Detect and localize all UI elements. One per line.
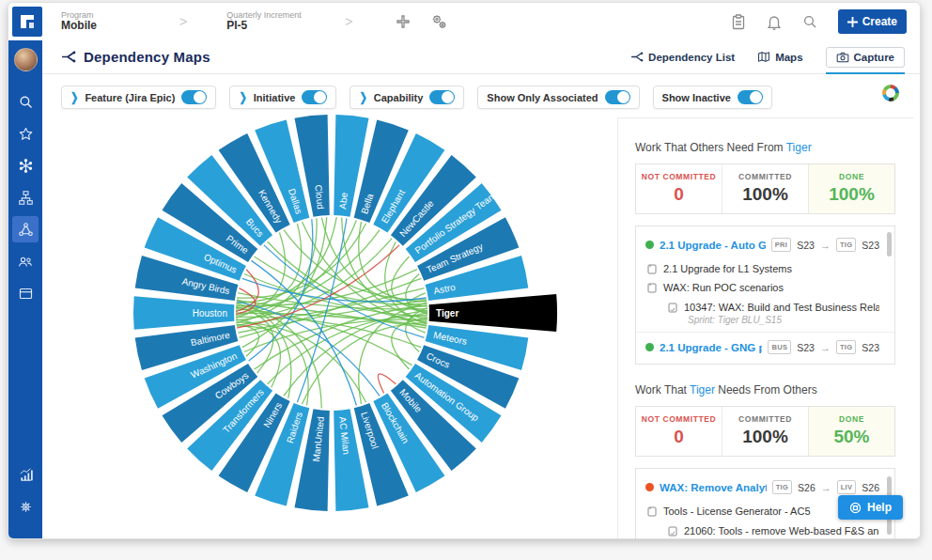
stat-committed: COMMITTED100%: [722, 407, 808, 456]
from-sprint: S23: [797, 240, 815, 251]
bell-icon[interactable]: [767, 14, 782, 30]
life-ring-icon: [849, 502, 862, 514]
stat-committed: COMMITTED100%: [722, 164, 808, 213]
dependency-list: 2.1 Upgrade - Auto GN PRI S23 → TIG S23 …: [635, 226, 895, 365]
team-link[interactable]: Tiger: [690, 383, 715, 397]
dependency-icon: [61, 51, 76, 63]
stats-card: NOT COMMITTED0 COMMITTED100% DONE50%: [635, 406, 895, 457]
dependency-panel: Work That Others Need From Tiger NOT COM…: [617, 117, 914, 538]
create-button-label: Create: [862, 15, 897, 28]
status-dot-icon: [645, 483, 654, 491]
to-team-badge: TIG: [836, 340, 856, 354]
page-title: Dependency Maps: [84, 49, 210, 65]
sidebar-settings-icon[interactable]: [12, 493, 39, 520]
section-heading: Work That Tiger Needs From Others: [635, 383, 895, 397]
feature-toggle[interactable]: [181, 90, 207, 104]
status-dot-icon: [645, 343, 654, 351]
chevron-right-icon: ❯: [70, 90, 78, 103]
dependency-link[interactable]: 2.1 Upgrade - GNG par: [660, 342, 762, 353]
filter-capability[interactable]: ❯ Capability: [350, 86, 464, 109]
sprint-label: Sprint: Liverpool JIG_S26: [688, 538, 879, 539]
clipboard-icon[interactable]: [731, 14, 746, 30]
scrollbar-thumb[interactable]: [887, 232, 892, 257]
panel-section-others-need: Work That Others Need From Tiger NOT COM…: [635, 141, 895, 365]
title-bar: Dependency Maps Dependency List Maps Cap…: [42, 40, 920, 74]
sidebar: [8, 40, 42, 538]
jira-align-logo-icon[interactable]: [12, 7, 42, 37]
user-avatar[interactable]: [14, 48, 38, 71]
story-icon: [668, 526, 677, 537]
stats-card: NOT COMMITTED0 COMMITTED100% DONE100%: [635, 163, 895, 214]
stat-not-committed: NOT COMMITTED0: [636, 407, 722, 456]
search-icon[interactable]: [802, 14, 817, 29]
story-icon: [668, 303, 677, 313]
show-inactive-toggle[interactable]: [738, 90, 763, 104]
diagram-legend-icon[interactable]: [882, 85, 899, 101]
capture-button[interactable]: Capture: [826, 47, 905, 68]
wedge-label: Houston: [193, 308, 227, 319]
stat-done: DONE50%: [808, 407, 894, 456]
chevron-right-icon: >: [345, 14, 352, 29]
filter-show-only-associated[interactable]: Show Only Associated: [477, 86, 639, 109]
initiative-toggle[interactable]: [302, 90, 327, 104]
capability-toggle[interactable]: [429, 90, 455, 104]
from-sprint: S23: [797, 342, 815, 353]
feature-icon: [647, 506, 657, 517]
story-row[interactable]: 21060: Tools - remove Web-based F&S and.…: [636, 521, 894, 537]
filter-feature[interactable]: ❯ Feature (Jira Epic): [61, 86, 216, 109]
gears-icon[interactable]: [429, 12, 448, 31]
add-icon[interactable]: [396, 14, 411, 29]
sidebar-ideation-icon[interactable]: [12, 152, 39, 179]
dependency-wheel[interactable]: TigerMeteorsCrocsAutomation GroupMobileB…: [42, 112, 632, 537]
filter-row: ❯ Feature (Jira Epic) ❯ Initiative ❯ Cap…: [42, 74, 920, 109]
title-actions: Dependency List Maps Capture: [630, 47, 905, 68]
filter-initiative[interactable]: ❯ Initiative: [229, 86, 336, 109]
feature-icon: [647, 264, 657, 274]
maps-button[interactable]: Maps: [757, 51, 802, 63]
plus-icon: [847, 17, 858, 27]
dependency-row[interactable]: 2.1 Upgrade - GNG par BUS S23 → TIG S23: [636, 332, 894, 362]
wedge-label: Tiger: [436, 308, 458, 319]
dependency-icon: [630, 52, 644, 62]
app-window: Program Mobile > Quarterly Increment PI-…: [8, 2, 921, 539]
feature-icon: [647, 283, 657, 293]
show-only-associated-toggle[interactable]: [605, 90, 630, 104]
to-sprint: S26: [862, 482, 879, 493]
from-team-badge: TIG: [772, 480, 792, 494]
sidebar-reports-icon[interactable]: [12, 461, 39, 488]
increment-value: PI-5: [226, 20, 339, 33]
to-team-badge: TIG: [836, 238, 856, 252]
top-header: Program Mobile > Quarterly Increment PI-…: [8, 3, 920, 40]
sidebar-structure-icon[interactable]: [12, 184, 39, 210]
stat-done: DONE100%: [808, 164, 894, 213]
wedge-label: Abe: [337, 192, 350, 210]
sidebar-search-icon[interactable]: [12, 88, 39, 115]
dependency-link[interactable]: 2.1 Upgrade - Auto GN: [660, 240, 766, 251]
filter-show-inactive[interactable]: Show Inactive: [653, 86, 772, 109]
dependency-list-button[interactable]: Dependency List: [630, 52, 735, 63]
arrow-right-icon: →: [820, 342, 831, 353]
sidebar-teams-icon[interactable]: [12, 248, 39, 274]
camera-icon: [836, 52, 849, 63]
sidebar-dependency-map-icon[interactable]: [12, 216, 39, 242]
from-sprint: S26: [798, 482, 816, 493]
status-dot-icon: [645, 241, 654, 249]
create-button[interactable]: Create: [838, 9, 907, 34]
chevron-right-icon: ❯: [359, 90, 366, 103]
help-button[interactable]: Help: [838, 495, 903, 520]
dependency-link[interactable]: WAX: Remove Analytic: [660, 482, 767, 493]
arrow-right-icon: →: [820, 240, 831, 251]
team-link[interactable]: Tiger: [786, 141, 812, 154]
sidebar-favorites-icon[interactable]: [12, 120, 39, 147]
section-heading: Work That Others Need From Tiger: [635, 141, 895, 154]
increment-selector[interactable]: Quarterly Increment PI-5: [226, 10, 339, 33]
sprint-label: Sprint: Tiger BLU_S15: [688, 315, 879, 325]
feature-row[interactable]: WAX: Run POC scenarios: [636, 278, 894, 297]
arrow-right-icon: →: [821, 482, 831, 493]
dependency-row[interactable]: 2.1 Upgrade - Auto GN PRI S23 → TIG S23: [636, 230, 894, 259]
feature-row[interactable]: 2.1 Upgrade for L1 Systems: [636, 259, 894, 278]
program-selector[interactable]: Program Mobile: [61, 10, 174, 33]
story-row[interactable]: 10347: WAX: Build and Test Business Rela…: [636, 297, 894, 314]
sidebar-board-icon[interactable]: [12, 280, 39, 306]
to-sprint: S23: [862, 342, 879, 353]
